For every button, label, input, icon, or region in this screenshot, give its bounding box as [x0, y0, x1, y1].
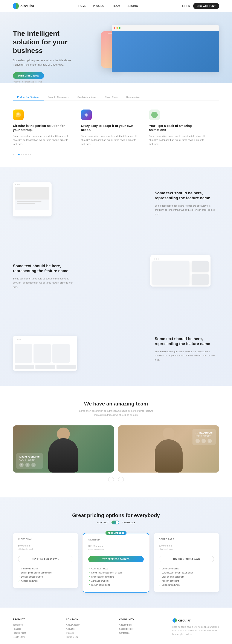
footer-col-product: PRODUCT Templates Features Product Maps …	[13, 618, 60, 640]
feature-desc-1: Some description goes here to back the t…	[13, 134, 72, 146]
navigation: circular HOME PROJECT TEAM PRICING LOGIN…	[0, 0, 232, 12]
try-corporate-button[interactable]: TRY FREE FOR 14 DAYS	[159, 556, 214, 562]
team-1-linkedin-icon[interactable]: in	[31, 463, 36, 467]
check-icon: ✓	[18, 568, 20, 570]
footer-link-templates[interactable]: Templates	[13, 624, 60, 626]
team-prev-button[interactable]: ‹	[108, 477, 114, 482]
hero-text: The intelligent solution for your busine…	[13, 25, 86, 83]
nav-pricing[interactable]: PRICING	[127, 4, 138, 8]
team-2-twitter-icon[interactable]: t	[201, 439, 206, 443]
v2-card-sm-2	[192, 274, 209, 285]
footer-link-blog[interactable]: Circular Blog	[119, 624, 166, 626]
tab-responsive[interactable]: Responsive	[122, 94, 144, 100]
pricing-tier-1: INDIVIDUAL	[18, 538, 73, 540]
team-member-2-role: Project Manager	[195, 434, 213, 437]
team-1-facebook-icon[interactable]: f	[19, 463, 24, 467]
dot-2[interactable]	[21, 154, 22, 155]
pricing-toggle: MONTHLY ANNUALLY	[13, 520, 219, 524]
pricing-sub-period-2: Billed each month	[88, 549, 144, 551]
logo[interactable]: circular	[13, 3, 34, 9]
team-member-1-role: CEO & Founder	[19, 458, 40, 461]
feature-title-2: Crazy easy to adapt it to your own needs…	[81, 124, 141, 132]
team-carousel: David Richards CEO & Founder f t in	[13, 426, 219, 482]
feature-row-3: Some text should be here, representing t…	[0, 313, 232, 386]
mockup-dot-4	[154, 258, 155, 260]
dot-1[interactable]	[18, 154, 20, 155]
feature-desc-2: Some description goes here to back the t…	[81, 134, 141, 146]
animation-icon-circle	[151, 112, 158, 118]
nav-team[interactable]: TEAM	[112, 4, 120, 8]
mockup-content-1	[15, 187, 49, 210]
nav-home[interactable]: HOME	[78, 4, 87, 8]
feature-row-desc-3: Some description goes here to back the t…	[155, 350, 219, 362]
mockup-dot-7	[17, 339, 18, 340]
browser-dot-yellow	[117, 27, 118, 29]
pricing-card-individual: INDIVIDUAL $9.99/month Billed each month…	[13, 533, 78, 588]
pricing-feature-1-1: ✓Lorem ipsum dictum est un dolor	[18, 571, 73, 575]
team-2-linkedin-icon[interactable]: in	[207, 439, 212, 443]
footer-link-about-circular[interactable]: About Circular	[66, 624, 113, 626]
check-icon: ✓	[88, 568, 90, 570]
nav-links: HOME PROJECT TEAM PRICING	[78, 4, 138, 8]
footer-link-product-maps[interactable]: Product Maps	[13, 632, 60, 634]
login-button[interactable]: LOGIN	[182, 5, 190, 7]
mockup-dots-2	[152, 257, 209, 261]
try-startup-button[interactable]: TRY FREE FOR 14 DAYS	[88, 556, 144, 562]
v3-bar-2	[35, 365, 55, 369]
toggle-knob	[116, 521, 119, 524]
pricing-features-1: ✓Commodo massa ✓Lorem ipsum dictum est u…	[18, 567, 73, 583]
footer-link-delete-store[interactable]: Delete Store	[13, 636, 60, 638]
try-individual-button[interactable]: TRY FREE FOR 14 DAYS	[18, 556, 73, 562]
footer-link-support[interactable]: Support center	[119, 628, 166, 630]
v3-card-3	[52, 344, 70, 363]
tab-perfect-startups[interactable]: Perfect for Startups	[13, 94, 44, 100]
feature-desc-3: Some description goes here to back the t…	[149, 134, 209, 146]
footer-link-contact[interactable]: Contact us	[119, 632, 166, 634]
pricing-feature-2-1: ✓Lorem ipsum dictum est un dolor	[88, 571, 144, 575]
subscribe-button[interactable]: SUBSCRIBE NOW	[13, 72, 44, 79]
pricing-price-value-2: $19.99	[88, 545, 96, 547]
feature-visual-1	[13, 182, 82, 225]
toggle-monthly: MONTHLY	[97, 521, 109, 524]
dot-3[interactable]	[23, 154, 24, 155]
team-member-2-socials: f t in	[195, 439, 213, 443]
carousel-dots: ‹ ›	[13, 152, 219, 156]
carousel-next[interactable]: ›	[30, 152, 34, 156]
check-icon: ✓	[18, 580, 20, 582]
pricing-price-3: $29.99/month	[159, 542, 214, 548]
team-next-button[interactable]: ›	[118, 477, 124, 482]
feature-row-2: Some text should be here, representing t…	[0, 240, 232, 313]
svg-point-1	[17, 113, 20, 115]
check-icon: ✓	[159, 580, 160, 582]
team-1-twitter-icon[interactable]: t	[25, 463, 30, 467]
dot-4[interactable]	[25, 154, 27, 155]
carousel-prev[interactable]: ‹	[13, 152, 17, 156]
feature-row-text-1: Some text should be here, representing t…	[155, 191, 219, 216]
tab-easy-customize[interactable]: Easy to Customize	[44, 94, 73, 100]
pricing-feature-2-4: ✓Dictum est un dolor	[88, 583, 144, 587]
pricing-price-2: $19.99/month	[88, 543, 144, 548]
team-2-facebook-icon[interactable]: f	[195, 439, 200, 443]
hero-section: The intelligent solution for your busine…	[0, 12, 232, 83]
footer-link-about-us[interactable]: About us	[66, 628, 113, 630]
pricing-divider-2	[88, 554, 144, 554]
nav-project[interactable]: PROJECT	[93, 4, 106, 8]
feature-row-1: Some text should be here, representing t…	[0, 167, 232, 240]
mockup-card-3	[13, 336, 77, 371]
tab-clean-code[interactable]: Clean Code	[100, 94, 122, 100]
feature-card-2: Crazy easy to adapt it to your own needs…	[81, 110, 149, 146]
toggle-switch[interactable]	[111, 520, 119, 524]
dot-5[interactable]	[28, 154, 29, 155]
feature-title-3: You'll get a pack of amazing animations	[149, 124, 209, 132]
footer-link-terms[interactable]: Terms of use	[66, 636, 113, 638]
tab-cool-animations[interactable]: Cool Animations	[73, 94, 100, 100]
pricing-price-value-1: $9.99	[18, 544, 24, 547]
feature-icon-2	[81, 110, 92, 120]
footer-link-press-kit[interactable]: Press kit	[66, 632, 113, 634]
check-icon: ✓	[18, 576, 20, 578]
team-card-2: Anna Abbets Project Manager f t in	[118, 426, 219, 472]
footer-link-features[interactable]: Features	[13, 628, 60, 630]
new-account-button[interactable]: NEW ACCOUNT	[193, 3, 219, 9]
mockup-dot-5	[156, 258, 157, 260]
pricing-card-corporate: CORPORATE $29.99/month Billed each month…	[154, 533, 219, 592]
